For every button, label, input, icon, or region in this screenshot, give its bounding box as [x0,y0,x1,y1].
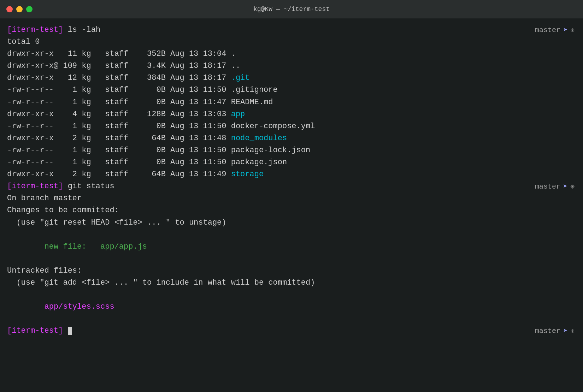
traffic-lights [6,6,33,12]
ls-line-dot: drwxr-xr-x 11 kg staff 352B Aug 13 13:04… [7,48,576,60]
minimize-button[interactable] [16,6,23,12]
title-bar: kg@KW — ~/iterm-test [0,0,583,18]
ls-line-package-lock: -rw-r--r-- 1 kg staff 0B Aug 13 11:50 pa… [7,144,576,156]
branch-label-3: master [535,326,560,337]
git-unstage-hint: (use "git reset HEAD <file> ... " to uns… [7,217,576,229]
star-icon-3: ✳ [570,326,575,337]
git-untracked-file: app/styles.scss [7,301,576,313]
git-blank-1 [7,229,576,241]
git-untracked-header: Untracked files: [7,265,576,277]
git-changes-header: Changes to be committed: [7,204,576,216]
git-include-hint: (use "git add <file> ... " to include in… [7,277,576,289]
final-prompt: [iterm-test] [7,325,72,337]
window-title: kg@KW — ~/iterm-test [253,6,330,13]
maximize-button[interactable] [26,6,33,12]
command-line-2: [iterm-test] git status master ➤ ✳ [7,180,576,192]
ls-line-package: -rw-r--r-- 1 kg staff 0B Aug 13 11:50 pa… [7,156,576,168]
command-line-1: [iterm-test] ls -lah master ➤ ✳ [7,24,576,36]
ls-line-git: drwxr-xr-x 12 kg staff 384B Aug 13 18:17… [7,72,576,84]
terminal-output: [iterm-test] ls -lah [7,24,100,36]
git-blank-4 [7,313,576,325]
star-icon: ✳ [570,25,575,36]
star-icon-2: ✳ [570,181,575,192]
arrow-icon-3: ➤ [563,326,567,337]
ls-line-app: drwxr-xr-x 4 kg staff 128B Aug 13 13:03 … [7,108,576,120]
ls-total: total 0 [7,36,576,48]
arrow-icon: ➤ [563,25,567,36]
git-status-cmd: [iterm-test] git status [7,180,114,192]
right-status-1: master ➤ ✳ [535,25,575,36]
cursor-block [68,327,72,335]
git-branch-line: On branch master [7,192,576,204]
git-new-file-line: new file: app/app.js [7,241,576,253]
right-status-3: master ➤ ✳ [535,326,575,337]
arrow-icon-2: ➤ [563,181,567,192]
right-status-2: master ➤ ✳ [535,181,575,192]
terminal-body: [iterm-test] ls -lah master ➤ ✳ total 0 … [0,18,583,392]
ls-line-dotdot: drwxr-xr-x@ 109 kg staff 3.4K Aug 13 18:… [7,60,576,72]
close-button[interactable] [6,6,13,12]
branch-label-2: master [535,181,560,192]
git-blank-3 [7,289,576,301]
ls-line-readme: -rw-r--r-- 1 kg staff 0B Aug 13 11:47 RE… [7,96,576,108]
ls-line-docker: -rw-r--r-- 1 kg staff 0B Aug 13 11:50 do… [7,120,576,132]
branch-label: master [535,25,560,36]
command-line-3: [iterm-test] master ➤ ✳ [7,325,576,337]
ls-line-node-modules: drwxr-xr-x 2 kg staff 64B Aug 13 11:48 n… [7,132,576,144]
ls-line-storage: drwxr-xr-x 2 kg staff 64B Aug 13 11:49 s… [7,168,576,180]
git-blank-2 [7,253,576,265]
ls-line-gitignore: -rw-r--r-- 1 kg staff 0B Aug 13 11:50 .g… [7,84,576,96]
